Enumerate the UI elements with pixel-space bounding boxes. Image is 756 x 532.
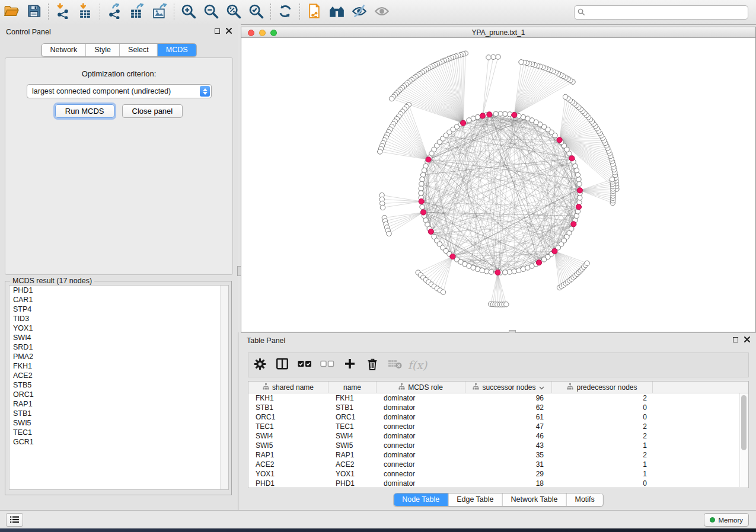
tab-select[interactable]: Select [119,44,157,56]
mcds-result-item[interactable]: TEC1 [9,428,228,437]
column-header-predecessor-nodes[interactable]: predecessor nodes [552,382,653,393]
function-builder-button[interactable]: f(x) [406,354,429,376]
gear-icon [254,358,266,373]
import-table-button[interactable] [74,2,97,23]
application-window: Control Panel NetworkStyleSelectMCDS Opt… [0,0,756,528]
mcds-result-item[interactable]: CAR1 [9,295,228,305]
network-window: YPA_prune.txt_1 [241,27,756,332]
import-network-button[interactable] [52,2,74,23]
close-panel-icon[interactable] [744,336,750,342]
run-mcds-button[interactable]: Run MCDS [55,104,114,118]
tab-mcds[interactable]: MCDS [157,44,196,56]
zoom-out-button[interactable] [200,2,222,23]
unchecked-boxes-icon [320,360,334,370]
mcds-result-item[interactable]: PHD1 [9,286,228,295]
share-document-button[interactable] [303,2,326,23]
float-panel-icon[interactable] [733,337,738,342]
table-settings-button[interactable] [248,354,271,376]
checked-boxes-icon [298,360,312,370]
zoom-selected-button[interactable] [245,2,267,23]
list-icon [10,515,19,525]
result-scrollbar[interactable] [220,286,228,489]
delete-table-button[interactable] [384,354,406,376]
mcds-result-item[interactable]: SWI5 [9,418,228,428]
mcds-result-item[interactable]: RAP1 [9,399,228,409]
column-header-shared-name[interactable]: shared name [248,382,328,393]
criterion-selected-value: largest connected component (undirected) [27,87,200,95]
add-column-button[interactable] [339,354,361,376]
table-row[interactable]: STB1STB1dominator620 [248,403,748,412]
mcds-result-item[interactable]: ORC1 [9,390,228,399]
tab-network[interactable]: Network [42,44,85,56]
zoom-in-button[interactable] [177,2,200,23]
table-row[interactable]: ORC1ORC1dominator610 [248,412,748,422]
table-scrollbar-thumb[interactable] [741,395,747,450]
split-table-view-button[interactable] [271,354,294,376]
memory-label: Memory [718,517,743,524]
mcds-result-item[interactable]: TID3 [9,314,228,323]
binoculars-icon [328,3,345,22]
export-table-button[interactable] [126,2,148,23]
mcds-result-item[interactable]: STP4 [9,305,228,314]
share-document-icon [307,3,323,21]
hide-details-button[interactable] [348,2,371,23]
mcds-result-item[interactable]: SWI4 [9,333,228,342]
deselect-all-button[interactable] [316,354,339,376]
column-header-name[interactable]: name [328,382,377,393]
export-network-button[interactable] [103,2,126,23]
mcds-panel: Optimization criterion: largest connecte… [5,57,233,275]
tab-node-table[interactable]: Node Table [394,493,448,506]
zoom-fit-button[interactable] [222,2,245,23]
search-network-button[interactable] [326,2,348,23]
mcds-result-item[interactable]: STB1 [9,409,228,418]
show-details-button[interactable] [371,2,393,23]
mcds-result-item[interactable]: SRD1 [9,342,228,352]
tab-edge-table[interactable]: Edge Table [448,493,502,506]
refresh-button[interactable] [274,2,296,23]
tab-style[interactable]: Style [85,44,119,56]
delete-column-button[interactable] [361,354,384,376]
tab-motifs[interactable]: Motifs [566,493,602,506]
table-row[interactable]: RAP1RAP1dominator352 [248,450,748,460]
mcds-result-item[interactable]: ACE2 [9,371,228,380]
table-row[interactable]: SWI4SWI4dominator462 [248,431,748,441]
eye-slash-icon [351,3,368,22]
export-image-button[interactable] [148,2,171,23]
table-row[interactable]: TEC1TEC1connector472 [248,422,748,431]
mcds-result-item[interactable]: FKH1 [9,361,228,371]
mcds-result-item[interactable]: PMA2 [9,352,228,361]
table-row[interactable]: FKH1FKH1dominator962 [248,393,748,403]
column-header-mcds-role[interactable]: MCDS role [377,382,465,393]
function-icon: f(x) [408,358,428,371]
network-canvas[interactable] [241,38,755,332]
close-panel-button[interactable]: Close panel [122,104,183,118]
export-image-icon [152,3,168,21]
table-row[interactable]: ACE2ACE2connector311 [248,460,748,469]
mcds-result-item[interactable]: YOX1 [9,323,228,333]
tab-network-table[interactable]: Network Table [502,493,566,506]
column-header-successor-nodes[interactable]: successor nodes [465,382,552,393]
search-input[interactable] [574,5,748,20]
save-session-button[interactable] [23,2,45,23]
plus-icon [344,358,356,372]
open-session-button[interactable] [0,2,23,23]
float-panel-icon[interactable] [215,28,220,34]
toolbar-separator [48,4,49,21]
close-panel-icon[interactable] [226,28,232,34]
select-stepper-icon [200,86,210,97]
task-history-button[interactable] [6,513,23,527]
memory-button[interactable]: Memory [704,513,749,527]
mcds-result-list[interactable]: PHD1CAR1STP4TID3YOX1SWI4SRD1PMA2FKH1ACE2… [9,285,229,490]
table-row[interactable]: YOX1YOX1connector291 [248,469,748,479]
mcds-result-item[interactable]: GCR1 [9,437,228,447]
network-graph[interactable] [241,38,755,332]
table-scrollbar[interactable] [739,393,748,487]
table-row[interactable]: SWI5SWI5connector431 [248,441,748,450]
table-row[interactable]: PHD1PHD1dominator180 [248,479,748,488]
network-titlebar[interactable]: YPA_prune.txt_1 [241,27,755,38]
table-panel-title: Table Panel [247,336,285,345]
node-table[interactable]: shared namenameMCDS rolesuccessor nodesp… [248,381,749,488]
mcds-result-item[interactable]: STB5 [9,380,228,390]
select-all-button[interactable] [294,354,316,376]
optimization-criterion-select[interactable]: largest connected component (undirected) [27,84,212,98]
